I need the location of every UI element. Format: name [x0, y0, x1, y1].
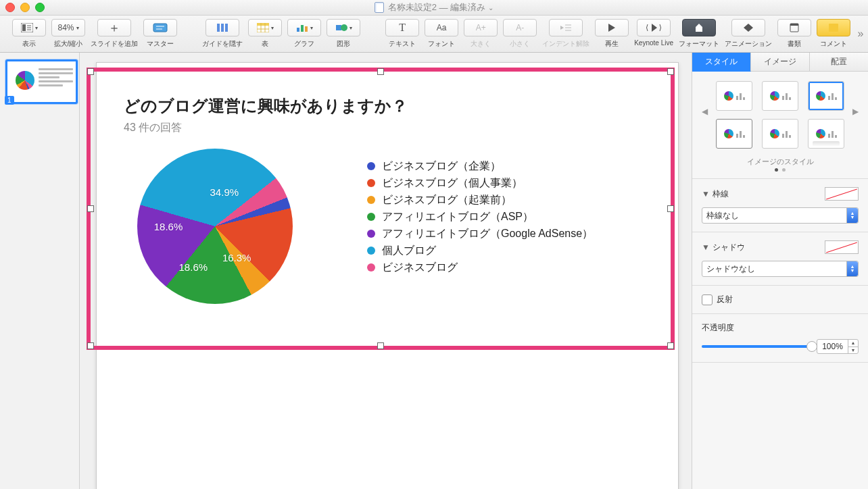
view-menu-button[interactable]: ▾ 表示: [9, 16, 49, 52]
border-disclosure[interactable]: ▼: [702, 189, 710, 199]
dropdown-arrows-icon: ▲▼: [846, 208, 858, 223]
svg-rect-16: [297, 28, 299, 32]
text-button[interactable]: T テキスト: [383, 16, 422, 52]
resize-handle-nw[interactable]: [87, 68, 94, 75]
zoom-button[interactable]: 84%▾ 拡大/縮小: [49, 16, 88, 52]
font-button[interactable]: Aa フォント: [422, 16, 461, 52]
format-inspector: スタイル イメージ 配置 ◀ ▶ イメージのスタイル ▼枠線: [692, 53, 868, 489]
svg-rect-10: [225, 24, 228, 32]
keynote-live-label: Keynote Live: [634, 39, 673, 47]
image-style-2[interactable]: [762, 81, 798, 111]
comment-button[interactable]: コメント: [814, 16, 853, 52]
master-label: マスター: [147, 39, 174, 49]
table-button[interactable]: ▾ 表: [245, 16, 285, 52]
selection-frame[interactable]: [87, 68, 675, 350]
resize-handle-sw[interactable]: [87, 342, 94, 349]
svg-rect-19: [336, 25, 341, 30]
animation-label: アニメーション: [725, 39, 772, 49]
svg-rect-12: [257, 23, 269, 26]
image-style-5[interactable]: [762, 119, 798, 149]
shadow-disclosure[interactable]: ▼: [702, 242, 710, 252]
style-page-dots[interactable]: [692, 168, 868, 172]
thumbnail-text-icon: [39, 68, 73, 88]
style-next-icon[interactable]: ▶: [852, 107, 859, 116]
keynote-live-button[interactable]: Keynote Live: [631, 16, 676, 52]
title-menu-chevron-icon[interactable]: ⌄: [488, 4, 493, 11]
image-style-caption: イメージのスタイル: [692, 157, 868, 167]
zoom-window-button[interactable]: [35, 3, 45, 12]
resize-handle-s[interactable]: [377, 342, 384, 349]
image-style-1[interactable]: [716, 81, 752, 111]
bigger-button[interactable]: A+ 大きく: [461, 16, 500, 52]
inspector-tab-style[interactable]: スタイル: [692, 53, 751, 72]
outdent-button[interactable]: インデント解除: [539, 16, 592, 52]
svg-rect-18: [305, 26, 308, 32]
image-style-4[interactable]: [716, 119, 752, 149]
resize-handle-w[interactable]: [87, 205, 94, 212]
document-icon: [375, 2, 384, 13]
document-title: 名称未設定2: [388, 1, 437, 14]
play-label: 再生: [605, 39, 619, 49]
format-button[interactable]: フォーマット: [676, 16, 722, 52]
toolbar-overflow-button[interactable]: »: [853, 16, 868, 52]
smaller-label: 小さく: [510, 39, 530, 49]
slide-canvas[interactable]: どのブログ運営に興味がありますか？ 43 件の回答 34.9%18.6%18.6…: [80, 53, 692, 489]
svg-rect-25: [790, 24, 798, 26]
inspector-tab-arrange[interactable]: 配置: [810, 53, 868, 72]
style-prev-icon[interactable]: ◀: [702, 107, 708, 116]
format-label: フォーマット: [679, 39, 719, 49]
image-style-6[interactable]: [808, 119, 844, 149]
close-window-button[interactable]: [5, 3, 15, 12]
thumbnail-pie-icon: [16, 71, 34, 90]
image-style-3[interactable]: [808, 81, 844, 111]
svg-rect-26: [829, 24, 838, 32]
view-label: 表示: [22, 39, 36, 49]
add-slide-label: スライドを追加: [91, 39, 138, 49]
smaller-glyph: A-: [516, 23, 524, 32]
opacity-stepper[interactable]: ▲▼: [848, 340, 858, 353]
resize-handle-n[interactable]: [377, 68, 384, 75]
shape-button[interactable]: ▾ 図形: [324, 16, 363, 52]
resize-handle-ne[interactable]: [667, 68, 674, 75]
bigger-label: 大きく: [471, 39, 491, 49]
add-slide-button[interactable]: ＋ スライドを追加: [88, 16, 141, 52]
dropdown-arrows-icon: ▲▼: [846, 261, 858, 276]
document-status: 編集済み: [450, 1, 485, 14]
toolbar: ▾ 表示 84%▾ 拡大/縮小 ＋ スライドを追加 マスター ガイドを隠す ▾ …: [0, 16, 868, 53]
border-color-swatch[interactable]: [825, 187, 859, 201]
play-button[interactable]: 再生: [592, 16, 631, 52]
document-label: 書類: [788, 39, 801, 49]
border-label: 枠線: [713, 189, 729, 199]
resize-handle-e[interactable]: [667, 205, 674, 212]
border-style-dropdown[interactable]: 枠線なし ▲▼: [702, 207, 859, 224]
svg-rect-8: [217, 24, 220, 32]
title-separator: —: [437, 3, 450, 13]
slide-thumbnail-1[interactable]: 1: [5, 59, 78, 104]
zoom-value: 84%: [57, 23, 74, 32]
opacity-slider[interactable]: [702, 345, 811, 348]
shadow-color-swatch[interactable]: [825, 240, 859, 254]
inspector-tab-image[interactable]: イメージ: [751, 53, 810, 72]
shadow-style-value: シャドウなし: [706, 263, 755, 275]
opacity-field[interactable]: 100% ▲▼: [817, 339, 859, 354]
reflection-checkbox[interactable]: [702, 294, 713, 305]
hide-guides-button[interactable]: ガイドを隠す: [199, 16, 245, 52]
shadow-style-dropdown[interactable]: シャドウなし ▲▼: [702, 261, 859, 277]
shape-label: 図形: [337, 39, 350, 49]
smaller-button[interactable]: A- 小さく: [500, 16, 539, 52]
font-label: フォント: [428, 39, 455, 49]
master-button[interactable]: マスター: [141, 16, 180, 52]
minimize-window-button[interactable]: [20, 3, 30, 12]
slide-navigator[interactable]: 1: [0, 53, 80, 489]
bigger-glyph: A+: [476, 23, 486, 32]
zoom-label: 拡大/縮小: [54, 39, 83, 49]
svg-rect-9: [221, 24, 224, 32]
animation-button[interactable]: アニメーション: [722, 16, 775, 52]
shadow-label: シャドウ: [713, 242, 745, 252]
document-button[interactable]: 書類: [775, 16, 814, 52]
hide-guides-label: ガイドを隠す: [202, 39, 243, 49]
chart-button[interactable]: ▾ グラフ: [285, 16, 324, 52]
table-label: 表: [262, 39, 268, 49]
reflection-label: 反射: [717, 294, 733, 305]
resize-handle-se[interactable]: [667, 342, 674, 349]
